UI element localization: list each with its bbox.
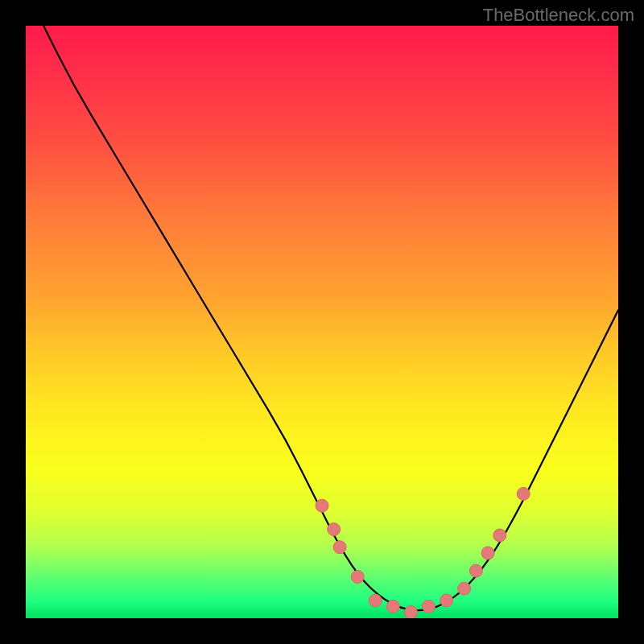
data-point [517,487,530,500]
data-point [423,600,436,613]
chart-svg [26,26,618,618]
data-point [328,523,341,536]
data-point [458,582,471,595]
data-point [493,529,506,542]
data-point [351,571,364,584]
data-point [369,594,382,607]
data-point [316,499,328,512]
data-point [386,600,399,613]
data-points-group [316,487,530,618]
data-point [333,541,346,554]
data-point [404,606,417,618]
data-point [469,564,482,577]
data-point [440,594,453,607]
data-point [481,547,494,559]
chart-plot-area [26,26,618,618]
curve-line [43,26,618,610]
watermark-text: TheBottleneck.com [483,5,634,26]
